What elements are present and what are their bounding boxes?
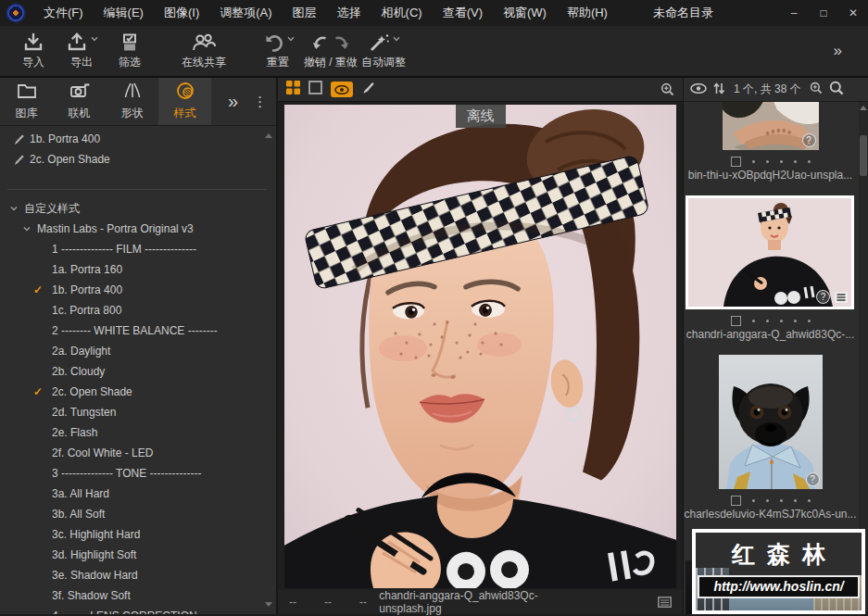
sort-icon[interactable] (713, 82, 725, 97)
single-view-icon[interactable] (308, 81, 322, 98)
style-item[interactable]: 1a. Portra 160 (0, 259, 276, 280)
style-item[interactable]: 4 ------- LENS CORRECTION ------- (0, 606, 276, 614)
style-item[interactable]: 2f. Cool White - LED (0, 443, 276, 463)
style-item[interactable]: 3b. All Soft (0, 504, 276, 524)
style-item[interactable]: 3f. Shadow Soft (0, 585, 276, 606)
close-button[interactable]: ✕ (838, 6, 868, 19)
filter-label: 筛选 (119, 55, 141, 70)
menu-item-0[interactable]: 文件(F) (33, 5, 94, 21)
rating-row[interactable] (684, 154, 857, 169)
styles-list: 1b. Portra 4002c. Open Shade自定义样式Mastin … (0, 126, 276, 614)
auto-adjust-icon (368, 31, 400, 54)
menu-item-6[interactable]: 相机(C) (371, 5, 433, 21)
menu-item-4[interactable]: 图层 (283, 5, 327, 21)
style-item[interactable]: 2 -------- WHITE BALANCE -------- (0, 321, 276, 341)
style-item-label: 2a. Daylight (52, 345, 110, 358)
style-item[interactable]: 2e. Flash (0, 422, 276, 443)
expand-tabs-icon[interactable]: » (228, 91, 238, 112)
style-item[interactable]: 3d. Highlight Soft (0, 545, 276, 565)
search-icon[interactable] (829, 81, 844, 98)
style-item-label: 2d. Tungsten (52, 406, 116, 419)
auto-adjust-button[interactable]: 自动调整 (361, 31, 406, 70)
tab-tether[interactable]: 联机 (53, 78, 106, 125)
style-item[interactable]: 3a. All Hard (0, 484, 276, 504)
style-item[interactable]: 2d. Tungsten (0, 402, 276, 422)
style-item[interactable]: 2a. Daylight (0, 341, 276, 361)
style-item[interactable]: 3c. Highlight Hard (0, 524, 276, 545)
select-checkbox[interactable] (731, 157, 741, 167)
menu-item-3[interactable]: 调整项(A) (209, 5, 282, 21)
minimize-button[interactable]: – (779, 6, 809, 19)
filter-button[interactable]: 筛选 (107, 31, 152, 70)
thumbnail-item[interactable]: ? bin-thi-u-xOBpdqH2Uao-unspla... (684, 102, 857, 182)
thumbnail-item-selected[interactable]: ? chandri-anggara-Q_ahwid83Qc-... (684, 195, 857, 342)
style-item[interactable]: ✓2c. Open Shade (0, 382, 276, 402)
share-button[interactable]: 在线共享 (182, 31, 226, 70)
menu-item-7[interactable]: 查看(V) (433, 5, 493, 21)
question-badge-icon: ? (802, 133, 816, 147)
menu-bar: 文件(F)编辑(E)图像(I)调整项(A)图层选择相机(C)查看(V)视窗(W)… (33, 5, 618, 21)
menu-item-2[interactable]: 图像(I) (154, 5, 209, 21)
style-item-label: 3 -------------- TONE -------------- (52, 467, 201, 480)
window-controls: – □ ✕ (779, 6, 868, 19)
style-item[interactable]: 2b. Cloudy (0, 361, 276, 382)
undo-redo-label: 撤销 / 重做 (304, 55, 358, 70)
rating-row[interactable] (684, 313, 857, 328)
toolbar-overflow-button[interactable]: » (834, 42, 842, 60)
zoom-in-icon[interactable] (660, 82, 674, 96)
question-badge-icon: ? (806, 472, 820, 486)
proof-view-button[interactable] (331, 82, 353, 97)
tab-shapes[interactable]: 形状 (106, 78, 158, 125)
rating-row[interactable] (684, 493, 857, 508)
undo-redo-button[interactable]: 撤销 / 重做 (304, 31, 358, 70)
style-group[interactable]: Mastin Labs - Portra Original v3 (0, 219, 276, 239)
style-group[interactable]: 自定义样式 (0, 198, 276, 219)
main-photo[interactable] (284, 105, 676, 588)
thumbnail-image[interactable]: ? (723, 102, 819, 150)
brush-icon[interactable] (361, 81, 376, 99)
style-item-label: 3a. All Hard (52, 487, 109, 500)
tab-styles[interactable]: 样式 (158, 78, 211, 125)
tab-library[interactable]: 图库 (0, 78, 53, 125)
applied-style-item[interactable]: 1b. Portra 400 (0, 129, 276, 149)
style-item[interactable]: 3e. Shadow Hard (0, 565, 276, 585)
main-toolbar: 导入导出筛选在线共享重置撤销 / 重做自动调整 » (0, 26, 868, 78)
eye-icon[interactable] (690, 83, 707, 96)
select-checkbox[interactable] (731, 496, 741, 506)
thumbnail-filename: charlesdeluvio-K4mSJ7kc0As-un... (684, 508, 857, 522)
scroll-down-icon[interactable] (265, 602, 272, 607)
thumbnail-image[interactable]: ? (686, 195, 854, 309)
import-icon (22, 31, 44, 54)
applied-style-item[interactable]: 2c. Open Shade (0, 149, 276, 170)
share-label: 在线共享 (182, 55, 226, 70)
menu-item-9[interactable]: 帮助(H) (557, 5, 618, 21)
menu-item-1[interactable]: 编辑(E) (94, 5, 154, 21)
reset-button[interactable]: 重置 (256, 31, 300, 70)
filter-icon (120, 31, 140, 54)
tool-tab-bar: 图库联机形状样式 » ⋮ (0, 78, 276, 126)
style-item[interactable]: ✓1b. Portra 400 (0, 280, 276, 300)
scrollbar-thumb[interactable] (860, 135, 867, 176)
menu-item-5[interactable]: 选择 (327, 5, 371, 21)
zoom-in-icon[interactable] (810, 82, 823, 97)
maximize-button[interactable]: □ (809, 6, 838, 19)
menu-item-8[interactable]: 视窗(W) (493, 5, 557, 21)
more-options-icon[interactable]: ⋮ (253, 94, 267, 110)
style-item[interactable]: 1 -------------- FILM -------------- (0, 239, 276, 259)
thumbnail-item[interactable]: ? charlesdeluvio-K4mSJ7kc0As-un... (684, 355, 857, 522)
grid-view-icon[interactable] (286, 81, 300, 98)
style-item-label: 3e. Shadow Hard (52, 569, 138, 582)
thumbnail-image[interactable]: ? (719, 355, 823, 489)
shapes-label: 形状 (121, 106, 144, 121)
scroll-up-icon[interactable] (860, 106, 867, 110)
scroll-up-icon[interactable] (265, 133, 272, 138)
style-item[interactable]: 3 -------------- TONE -------------- (0, 463, 276, 484)
style-item[interactable]: 1c. Portra 800 (0, 300, 276, 321)
select-checkbox[interactable] (731, 316, 741, 326)
import-button[interactable]: 导入 (11, 31, 56, 70)
info-list-icon[interactable] (658, 597, 672, 608)
app-logo-icon[interactable] (7, 5, 24, 21)
brush-icon (13, 133, 30, 145)
library-icon (16, 82, 38, 103)
export-button[interactable]: 导出 (59, 31, 104, 70)
